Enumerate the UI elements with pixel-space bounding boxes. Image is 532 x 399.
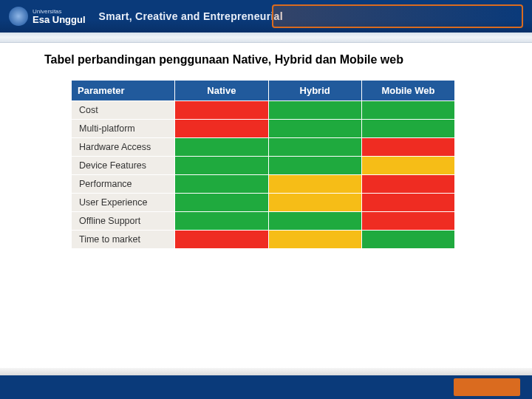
table-row: Cost <box>72 101 455 120</box>
table-row: Time to market <box>72 231 455 249</box>
table-row: Device Features <box>72 157 455 175</box>
page-title: Tabel perbandingan penggunaan Native, Hy… <box>44 53 488 66</box>
cell-native <box>175 194 268 212</box>
cell-hybrid <box>268 157 361 175</box>
comparison-table: Parameter Native Hybrid Mobile Web CostM… <box>71 80 455 249</box>
brand-text: Universitas Esa Unggul <box>33 9 86 24</box>
cell-native <box>175 157 268 175</box>
cell-hybrid <box>268 138 361 157</box>
cell-mobileweb <box>361 175 454 194</box>
cell-mobileweb <box>361 120 454 138</box>
cell-mobileweb <box>361 101 454 120</box>
col-native: Native <box>175 81 268 101</box>
col-parameter: Parameter <box>72 81 175 101</box>
cell-native <box>175 138 268 157</box>
header-accent-stripe <box>272 4 523 28</box>
cell-hybrid <box>268 120 361 138</box>
cell-hybrid <box>268 231 361 249</box>
cell-native <box>175 120 268 138</box>
footer-accent <box>454 378 520 396</box>
header-divider <box>0 33 532 43</box>
cell-hybrid <box>268 175 361 194</box>
footer <box>0 368 532 399</box>
row-parameter: User Experience <box>72 194 175 212</box>
table-header-row: Parameter Native Hybrid Mobile Web <box>72 81 455 101</box>
cell-mobileweb <box>361 138 454 157</box>
cell-native <box>175 101 268 120</box>
cell-mobileweb <box>361 157 454 175</box>
row-parameter: Hardware Access <box>72 138 175 157</box>
row-parameter: Cost <box>72 101 175 120</box>
tagline: Smart, Creative and Entrepreneurial <box>99 10 283 22</box>
table-row: Offline Support <box>72 212 455 231</box>
table-row: User Experience <box>72 194 455 212</box>
row-parameter: Multi-platform <box>72 120 175 138</box>
cell-native <box>175 212 268 231</box>
header-bar: Universitas Esa Unggul Smart, Creative a… <box>0 0 532 33</box>
col-mobileweb: Mobile Web <box>361 81 454 101</box>
brand-logo-icon <box>9 7 28 26</box>
cell-mobileweb <box>361 212 454 231</box>
row-parameter: Time to market <box>72 231 175 249</box>
table-row: Multi-platform <box>72 120 455 138</box>
row-parameter: Performance <box>72 175 175 194</box>
cell-hybrid <box>268 194 361 212</box>
cell-mobileweb <box>361 231 454 249</box>
col-hybrid: Hybrid <box>268 81 361 101</box>
brand-big: Esa Unggul <box>33 15 86 24</box>
cell-native <box>175 231 268 249</box>
row-parameter: Offline Support <box>72 212 175 231</box>
cell-hybrid <box>268 212 361 231</box>
cell-native <box>175 175 268 194</box>
footer-gradient <box>0 368 532 375</box>
table-row: Hardware Access <box>72 138 455 157</box>
cell-mobileweb <box>361 194 454 212</box>
row-parameter: Device Features <box>72 157 175 175</box>
footer-bar <box>0 375 532 399</box>
main-content: Tabel perbandingan penggunaan Native, Hy… <box>0 43 532 249</box>
brand-logo: Universitas Esa Unggul <box>9 7 86 26</box>
table-row: Performance <box>72 175 455 194</box>
cell-hybrid <box>268 101 361 120</box>
